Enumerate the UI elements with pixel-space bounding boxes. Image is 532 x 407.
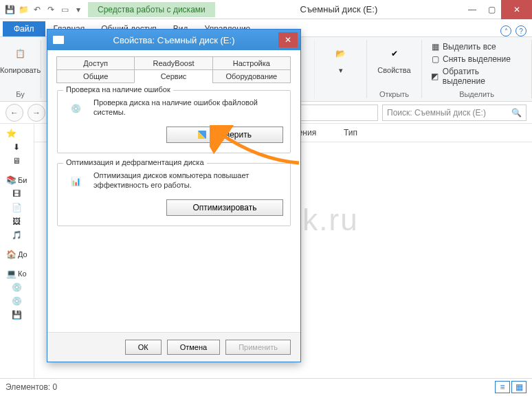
folder-icon[interactable]: 📁 bbox=[18, 4, 29, 15]
tab-hardware[interactable]: Оборудование bbox=[212, 69, 291, 83]
error-check-group: Проверка на наличие ошибок 💿 Проверка ди… bbox=[57, 90, 291, 153]
qat-dropdown-icon[interactable]: ▾ bbox=[73, 4, 84, 15]
dialog-close-button[interactable]: ✕ bbox=[278, 32, 298, 47]
window-title: Съемный диск (E:) bbox=[215, 4, 463, 14]
select-all-button[interactable]: ▦Выделить все bbox=[428, 41, 526, 52]
select-all-icon: ▦ bbox=[430, 42, 440, 52]
dialog-title: Свойства: Съемный диск (E:) bbox=[69, 35, 278, 45]
minimize-button[interactable]: — bbox=[463, 0, 482, 19]
tab-file[interactable]: Файл bbox=[3, 21, 45, 36]
view-icons-button[interactable]: ▦ bbox=[511, 381, 527, 393]
ribbon-minimize-icon[interactable]: ˄ bbox=[500, 25, 511, 36]
open-icon: 📂 bbox=[330, 43, 352, 65]
select-group-label: Выделить bbox=[459, 90, 494, 98]
maximize-button[interactable]: ▢ bbox=[482, 0, 501, 19]
optimize-icon: 📊 bbox=[65, 170, 87, 192]
view-details-button[interactable]: ≡ bbox=[495, 381, 510, 393]
error-check-title: Проверка на наличие ошибок bbox=[63, 85, 173, 94]
copy-button[interactable]: 📋 Копировать bbox=[0, 41, 41, 76]
copy-icon: 📋 bbox=[10, 43, 32, 65]
optimize-button[interactable]: Оптимизировать bbox=[166, 199, 283, 216]
ok-button[interactable]: ОК bbox=[125, 340, 162, 355]
properties-button[interactable]: ✔ Свойства bbox=[374, 41, 415, 76]
back-button[interactable]: ← bbox=[5, 104, 23, 122]
invert-icon: ◩ bbox=[430, 72, 440, 81]
open-dropdown-button[interactable]: 📂 ▾ bbox=[320, 41, 362, 76]
search-icon: 🔍 bbox=[511, 108, 522, 118]
apply-button[interactable]: Применить bbox=[225, 340, 291, 355]
optimize-title: Оптимизация и дефрагментация диска bbox=[63, 158, 207, 166]
column-type[interactable]: Тип bbox=[344, 128, 357, 138]
deselect-button[interactable]: ▢Снять выделение bbox=[428, 54, 526, 65]
tab-readyboost[interactable]: ReadyBoost bbox=[134, 56, 212, 70]
cancel-button[interactable]: Отмена bbox=[167, 340, 220, 355]
check-button[interactable]: Проверить bbox=[166, 126, 283, 143]
clipboard-group-label: Бу bbox=[16, 90, 24, 98]
drive-icon bbox=[53, 36, 64, 44]
props-qat-icon[interactable]: ▭ bbox=[59, 4, 70, 15]
shield-icon bbox=[198, 131, 206, 139]
optimize-text: Оптимизация дисков компьютера повышает э… bbox=[93, 170, 283, 190]
properties-icon: ✔ bbox=[384, 43, 406, 65]
help-icon[interactable]: ? bbox=[516, 25, 527, 36]
window-close-button[interactable]: ✕ bbox=[501, 0, 532, 19]
open-group-label: Открыть bbox=[379, 90, 409, 98]
invert-selection-button[interactable]: ◩Обратить выделение bbox=[428, 66, 526, 87]
search-input[interactable]: Поиск: Съемный диск (E:) 🔍 bbox=[382, 104, 527, 121]
context-tab-disk-tools[interactable]: Средства работы с дисками bbox=[88, 2, 215, 17]
status-item-count: Элементов: 0 bbox=[5, 382, 57, 392]
nav-tree[interactable]: ⭐ ⬇ 🖥 📚Би 🎞 📄 🖼 🎵 🏠До 💻Ко 💿 💿 💾 bbox=[0, 124, 34, 378]
redo-icon[interactable]: ↷ bbox=[45, 4, 56, 15]
undo-icon[interactable]: ↶ bbox=[32, 4, 43, 15]
optimize-group: Оптимизация и дефрагментация диска 📊 Опт… bbox=[57, 163, 291, 226]
drive-icon: 💾 bbox=[4, 4, 15, 15]
error-check-text: Проверка диска на наличие ошибок файлово… bbox=[93, 98, 283, 118]
search-placeholder: Поиск: Съемный диск (E:) bbox=[387, 108, 486, 118]
tab-service[interactable]: Сервис bbox=[134, 69, 212, 83]
tab-access[interactable]: Доступ bbox=[56, 56, 135, 70]
deselect-icon: ▢ bbox=[430, 54, 440, 64]
drive-check-icon: 💿 bbox=[65, 98, 87, 120]
tab-general[interactable]: Общие bbox=[56, 69, 135, 83]
tab-customize[interactable]: Настройка bbox=[212, 56, 291, 70]
forward-button[interactable]: → bbox=[27, 104, 45, 122]
properties-dialog: Свойства: Съемный диск (E:) ✕ Доступ Rea… bbox=[47, 29, 301, 362]
